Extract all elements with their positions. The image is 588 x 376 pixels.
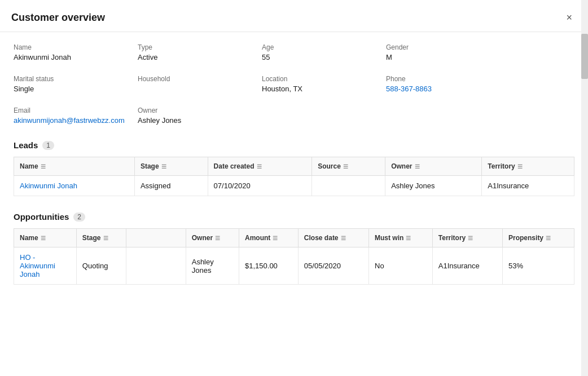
email-label: Email: [14, 107, 138, 114]
customer-overview-panel: Customer overview × Name Akinwunmi Jonah…: [0, 0, 588, 376]
age-field: Age 55: [262, 43, 386, 61]
leads-row-source: [312, 176, 385, 196]
opportunities-table: Name ☰ Stage ☰ Owner ☰: [14, 228, 574, 285]
opp-name-filter-icon[interactable]: ☰: [41, 235, 46, 241]
opp-territory-filter-icon[interactable]: ☰: [468, 235, 473, 241]
leads-col-source: Source ☰: [312, 157, 385, 176]
leads-count: 1: [42, 141, 54, 150]
opportunities-table-header: Name ☰ Stage ☰ Owner ☰: [14, 229, 574, 247]
leads-col-territory: Territory ☰: [482, 157, 574, 176]
opp-row-territory: A1Insurance: [432, 247, 502, 285]
scrollbar-track: [581, 0, 588, 376]
location-label: Location: [262, 75, 386, 83]
age-value: 55: [262, 53, 270, 61]
panel-title: Customer overview: [11, 12, 105, 24]
email-value[interactable]: akinwunmijonah@fastrwebzz.com: [14, 116, 125, 125]
gender-field: Gender M: [386, 43, 510, 61]
leads-row-territory: A1Insurance: [482, 176, 574, 196]
age-label: Age: [262, 43, 386, 51]
location-field: Location Houston, TX: [262, 75, 386, 93]
leads-col-date-created: Date created ☰: [208, 157, 312, 176]
household-label: Household: [138, 75, 262, 83]
opp-col-propensity: Propensity ☰: [503, 229, 574, 247]
name-label: Name: [14, 43, 138, 51]
opp-col-amount: Amount ☰: [239, 229, 299, 247]
household-field: Household: [138, 75, 262, 93]
table-row: Akinwunmi Jonah Assigned 07/10/2020 Ashl…: [14, 176, 574, 196]
marital-field: Marital status Single: [14, 75, 138, 93]
opp-col-must-win: Must win ☰: [369, 229, 433, 247]
opp-owner-filter-icon[interactable]: ☰: [215, 235, 220, 241]
leads-row-owner: Ashley Jones: [385, 176, 482, 196]
leads-row-name: Akinwunmi Jonah: [14, 176, 135, 196]
type-value: Active: [138, 53, 157, 61]
opportunities-header-row: Name ☰ Stage ☰ Owner ☰: [14, 229, 574, 247]
leads-col-owner: Owner ☰: [385, 157, 482, 176]
opportunities-table-body: HO -AkinwunmiJonah Quoting AshleyJones $…: [14, 247, 574, 285]
owner-field: Owner Ashley Jones: [138, 107, 262, 125]
scrollbar-thumb[interactable]: [581, 34, 588, 79]
leads-source-filter-icon[interactable]: ☰: [343, 163, 348, 170]
name-value: Akinwunmi Jonah: [14, 53, 71, 61]
opportunities-title: Opportunities: [14, 212, 69, 222]
opp-must-win-filter-icon[interactable]: ☰: [406, 235, 411, 241]
leads-territory-filter-icon[interactable]: ☰: [517, 163, 523, 170]
leads-row-stage: Assigned: [134, 176, 208, 196]
panel-body: Name Akinwunmi Jonah Type Active Age 55 …: [0, 32, 588, 374]
opp-row-stage: Quoting: [76, 247, 126, 285]
opp-row-must-win: No: [369, 247, 433, 285]
opp-col-name: Name ☰: [14, 229, 77, 247]
leads-section-header: Leads 1: [14, 140, 574, 150]
location-value: Houston, TX: [262, 85, 302, 93]
leads-row-date: 07/10/2020: [208, 176, 312, 196]
phone-label: Phone: [386, 75, 510, 83]
table-row: HO -AkinwunmiJonah Quoting AshleyJones $…: [14, 247, 574, 285]
opp-col-empty: [126, 229, 186, 247]
opp-col-close-date: Close date ☰: [298, 229, 368, 247]
marital-value: Single: [14, 85, 34, 93]
owner-value: Ashley Jones: [138, 116, 181, 125]
leads-header-row: Name ☰ Stage ☰ Date created ☰: [14, 157, 574, 176]
type-label: Type: [138, 43, 262, 51]
close-button[interactable]: ×: [561, 10, 577, 25]
gender-label: Gender: [386, 43, 510, 51]
opp-stage-filter-icon[interactable]: ☰: [103, 235, 108, 241]
panel-header: Customer overview ×: [0, 0, 588, 32]
gender-value: M: [386, 53, 392, 61]
leads-title: Leads: [14, 140, 38, 150]
email-field: Email akinwunmijonah@fastrwebzz.com: [14, 107, 138, 125]
opp-row-close-date: 05/05/2020: [298, 247, 368, 285]
opp-propensity-filter-icon[interactable]: ☰: [546, 235, 551, 241]
name-field: Name Akinwunmi Jonah: [14, 43, 138, 61]
leads-owner-filter-icon[interactable]: ☰: [415, 163, 420, 170]
leads-date-filter-icon[interactable]: ☰: [257, 163, 262, 170]
phone-value[interactable]: 588-367-8863: [386, 85, 432, 93]
marital-label: Marital status: [14, 75, 138, 83]
opp-row-name: HO -AkinwunmiJonah: [14, 247, 77, 285]
opp-close-date-filter-icon[interactable]: ☰: [341, 235, 346, 241]
owner-label: Owner: [138, 107, 262, 114]
opp-row-owner: AshleyJones: [186, 247, 239, 285]
customer-info-grid: Name Akinwunmi Jonah Type Active Age 55 …: [14, 43, 574, 125]
opp-row-amount: $1,150.00: [239, 247, 299, 285]
leads-table: Name ☰ Stage ☰ Date created ☰: [14, 157, 574, 196]
opp-col-owner: Owner ☰: [186, 229, 239, 247]
phone-field: Phone 588-367-8863: [386, 75, 510, 93]
opp-amount-filter-icon[interactable]: ☰: [273, 235, 278, 241]
type-field: Type Active: [138, 43, 262, 61]
opp-col-stage: Stage ☰: [76, 229, 126, 247]
leads-table-header: Name ☰ Stage ☰ Date created ☰: [14, 157, 574, 176]
leads-stage-filter-icon[interactable]: ☰: [161, 163, 166, 170]
leads-col-stage: Stage ☰: [134, 157, 208, 176]
leads-col-name: Name ☰: [14, 157, 135, 176]
opportunities-count: 2: [73, 213, 85, 222]
opportunities-section-header: Opportunities 2: [14, 212, 574, 222]
opp-row-propensity: 53%: [503, 247, 574, 285]
leads-name-filter-icon[interactable]: ☰: [41, 163, 46, 170]
leads-table-body: Akinwunmi Jonah Assigned 07/10/2020 Ashl…: [14, 176, 574, 196]
opp-row-empty: [126, 247, 186, 285]
opp-col-territory: Territory ☰: [432, 229, 502, 247]
